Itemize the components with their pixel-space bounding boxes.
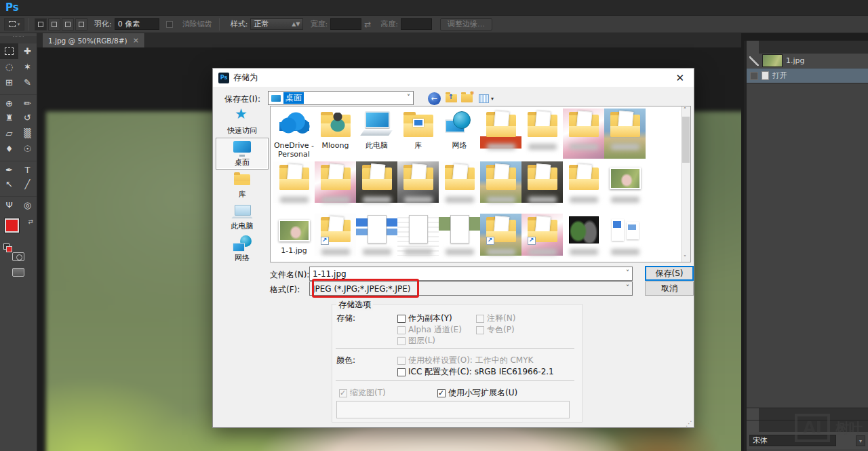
dodge-tool[interactable]: ☉: [18, 141, 37, 157]
save-in-combobox[interactable]: 桌面: [268, 91, 414, 105]
chevron-down-icon[interactable]: ▾: [856, 435, 865, 446]
blurred-label: [363, 249, 391, 255]
file-item[interactable]: [356, 161, 397, 203]
eraser-tool[interactable]: ▱: [0, 125, 18, 141]
file-icon: [318, 214, 353, 246]
cancel-button[interactable]: 取消: [645, 281, 694, 296]
file-item[interactable]: [439, 214, 480, 256]
file-item[interactable]: [521, 109, 563, 159]
tab-brush-presets[interactable]: [759, 408, 771, 420]
brush-tool[interactable]: ✏: [18, 94, 37, 110]
document-tab[interactable]: 1.jpg @ 50%(RGB/8#) ×: [43, 33, 145, 47]
lowercase-extension-checkbox[interactable]: 使用小写扩展名(U): [437, 387, 517, 399]
close-document-icon[interactable]: ×: [133, 36, 139, 45]
tool-icon: ◎: [24, 201, 31, 210]
file-item[interactable]: [356, 214, 397, 256]
place-desktop[interactable]: 桌面: [216, 138, 269, 170]
place-libraries[interactable]: 库: [216, 170, 269, 201]
tab-character[interactable]: [747, 420, 759, 432]
style-select[interactable]: 正常 ▲▼: [250, 18, 303, 30]
file-item[interactable]: [521, 161, 563, 203]
width-label: 宽度:: [310, 19, 328, 29]
scrollbar[interactable]: [681, 106, 690, 262]
crop-tool[interactable]: ⊞: [0, 75, 18, 90]
lasso-tool[interactable]: ◌: [0, 59, 18, 75]
move-tool[interactable]: ✚: [18, 43, 37, 59]
file-item[interactable]: [521, 214, 563, 256]
file-this-pc[interactable]: 此电脑: [356, 109, 397, 159]
add-selection-button[interactable]: [48, 18, 60, 31]
scrollbar-thumb[interactable]: [682, 117, 690, 163]
foreground-color-swatch[interactable]: [5, 218, 19, 233]
as-copy-checkbox[interactable]: 作为副本(Y): [397, 313, 452, 324]
tab-history[interactable]: [747, 41, 759, 54]
file-item[interactable]: [315, 161, 356, 203]
chevron-down-icon: ▾: [491, 96, 494, 102]
spot-colors-checkbox: 专色(P): [476, 324, 515, 336]
file-item[interactable]: [604, 214, 646, 256]
tool-preset-picker[interactable]: ▾: [4, 18, 24, 31]
save-button[interactable]: 保存(S): [645, 266, 694, 281]
file-network[interactable]: 网络: [439, 109, 480, 159]
place-network[interactable]: 网络: [216, 233, 269, 265]
quick-mask-button[interactable]: [12, 252, 24, 261]
pen-tool[interactable]: ✒: [0, 161, 18, 176]
intersect-selection-button[interactable]: [75, 18, 87, 31]
file-item[interactable]: [604, 161, 646, 203]
zoom-tool[interactable]: ◎: [18, 196, 37, 212]
line-tool[interactable]: ╱: [18, 176, 37, 192]
gradient-tool[interactable]: ▒: [18, 125, 37, 141]
feather-input[interactable]: 0 像素: [115, 18, 159, 30]
healing-brush-tool[interactable]: ⊕: [0, 94, 18, 110]
file-item[interactable]: [273, 161, 315, 203]
file-item[interactable]: [315, 214, 356, 256]
magic-wand-tool[interactable]: ✶: [18, 59, 37, 75]
tools-panel-header[interactable]: [0, 36, 37, 43]
file-item[interactable]: [563, 109, 604, 159]
file-onedrive[interactable]: OneDrive - Personal: [273, 109, 315, 159]
icc-profile-checkbox[interactable]: ICC 配置文件(C): sRGB IEC61966-2.1: [397, 366, 554, 378]
blurred-label: [570, 144, 598, 150]
view-menu-button[interactable]: ▾: [476, 91, 496, 106]
font-family-field[interactable]: 宋体: [749, 435, 836, 446]
file-item[interactable]: [563, 161, 604, 203]
file-item[interactable]: [397, 161, 439, 203]
history-brush-tool[interactable]: ↺: [18, 110, 37, 125]
rect-marquee-tool[interactable]: [0, 43, 18, 59]
blur-tool[interactable]: ♦: [0, 141, 18, 157]
eyedropper-tool[interactable]: ✎: [18, 75, 37, 90]
type-tool[interactable]: T: [18, 161, 37, 176]
screen-mode-button[interactable]: [12, 268, 24, 277]
path-select-tool[interactable]: ↖: [0, 176, 18, 192]
new-selection-button[interactable]: [35, 18, 47, 31]
up-one-level-button[interactable]: [443, 91, 458, 106]
place-quick-access[interactable]: 快速访问: [216, 106, 269, 138]
file-mloong[interactable]: Mloong: [315, 109, 356, 159]
resize-grip[interactable]: ⋰: [686, 420, 692, 427]
file-item[interactable]: [604, 109, 646, 159]
new-folder-button[interactable]: [459, 91, 474, 106]
back-button[interactable]: ←: [427, 91, 441, 106]
clone-stamp-tool[interactable]: ♜: [0, 110, 18, 125]
tab-brush[interactable]: [747, 408, 759, 420]
place-this-pc[interactable]: 此电脑: [216, 201, 269, 233]
blurred-label: [528, 249, 557, 255]
tab-actions[interactable]: [759, 41, 771, 54]
default-colors-icon[interactable]: [3, 243, 9, 250]
file-icon: [401, 161, 436, 194]
history-state-open[interactable]: 打开: [747, 68, 868, 83]
file-item[interactable]: [563, 214, 604, 256]
file-item[interactable]: [439, 161, 480, 203]
tab-paragraph[interactable]: [759, 420, 771, 432]
swap-colors-icon[interactable]: ⇄: [28, 218, 33, 225]
file-item[interactable]: [480, 214, 521, 256]
hand-tool[interactable]: Ψ: [0, 196, 18, 212]
file-1-1-jpg[interactable]: 1-1.jpg: [273, 214, 315, 256]
close-dialog-button[interactable]: ✕: [671, 72, 688, 84]
file-libraries[interactable]: 库: [397, 109, 439, 159]
file-item[interactable]: [480, 161, 521, 203]
file-item[interactable]: [397, 214, 439, 256]
history-snapshot-1jpg[interactable]: 1.jpg: [747, 54, 868, 68]
file-item[interactable]: [480, 109, 521, 159]
subtract-selection-button[interactable]: [62, 18, 74, 31]
